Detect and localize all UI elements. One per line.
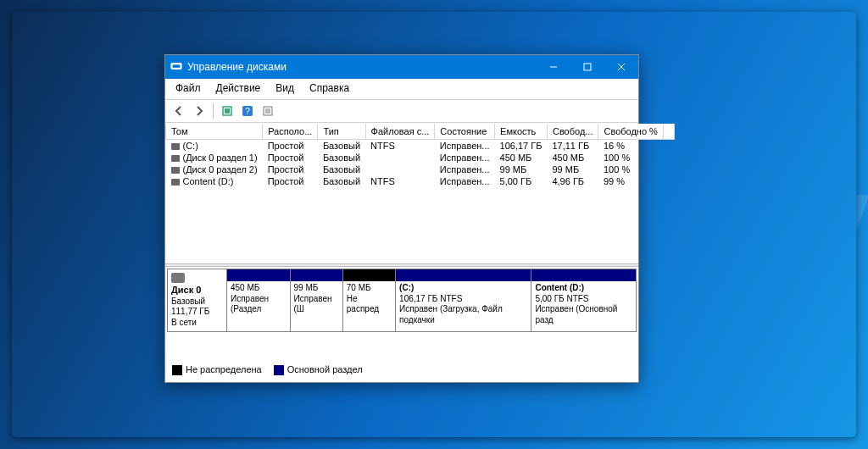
cell-free: 17,11 ГБ [547, 140, 598, 152]
svg-rect-7 [225, 108, 230, 114]
app-icon [170, 61, 182, 73]
cell-type: Базовый [318, 164, 365, 175]
disk-icon [171, 273, 185, 283]
cell-free: 450 МБ [547, 152, 598, 164]
screenshot-frame: Управление дисками Файл Действие Вид Спр… [12, 12, 856, 437]
properties-button[interactable] [259, 103, 276, 119]
drive-icon [171, 143, 180, 150]
partition-block[interactable]: 70 МБНе распред [343, 269, 396, 331]
partition-text: (C:)106,17 ГБ NTFSИсправен (Загрузка, Фа… [396, 281, 531, 330]
partition-text: 450 МБИсправен (Раздел [227, 281, 290, 320]
svg-rect-3 [584, 64, 591, 70]
partition-block[interactable]: (C:)106,17 ГБ NTFSИсправен (Загрузка, Фа… [396, 269, 531, 331]
titlebar[interactable]: Управление дисками [165, 55, 638, 79]
partition-bar [396, 269, 531, 281]
table-row[interactable]: (Диск 0 раздел 2)ПростойБазовыйИсправен.… [166, 164, 675, 175]
disk-status: В сети [171, 318, 223, 329]
disk-management-window: Управление дисками Файл Действие Вид Спр… [164, 54, 639, 383]
partition-bar [531, 269, 636, 281]
menu-action[interactable]: Действие [209, 80, 268, 96]
menu-help[interactable]: Справка [303, 80, 356, 96]
cell-cap: 106,17 ГБ [495, 140, 548, 152]
cell-type: Базовый [318, 152, 365, 164]
table-row[interactable]: Content (D:)ПростойБазовыйNTFSИсправен..… [166, 175, 675, 187]
cell-cap: 450 МБ [495, 152, 548, 164]
forward-button[interactable] [191, 103, 208, 119]
legend-unallocated: Не распределена [172, 364, 262, 375]
toolbar: ? [165, 100, 638, 123]
svg-text:?: ? [245, 107, 250, 116]
cell-layout: Простой [263, 175, 318, 187]
col-fs[interactable]: Файловая с... [365, 124, 435, 140]
drive-icon [171, 167, 180, 174]
cell-freepct: 100 % [598, 164, 663, 175]
cell-cap: 99 МБ [495, 164, 548, 175]
col-free[interactable]: Свобод... [547, 124, 598, 140]
drive-icon [171, 155, 180, 162]
maximize-button[interactable] [570, 55, 604, 79]
cell-freepct: 100 % [598, 152, 663, 164]
help-button[interactable]: ? [239, 103, 256, 119]
cell-fs [365, 152, 435, 164]
partition-bar [227, 269, 290, 281]
volume-list: Том Располо... Тип Файловая с... Состоян… [165, 123, 638, 263]
disk-type: Базовый [171, 297, 223, 308]
partition-bar [291, 269, 342, 281]
cell-layout: Простой [263, 164, 318, 175]
refresh-button[interactable] [219, 103, 236, 119]
cell-type: Базовый [318, 175, 365, 187]
cell-volume: (C:) [166, 140, 263, 152]
cell-freepct: 99 % [598, 175, 663, 187]
toolbar-sep [213, 103, 214, 119]
cell-status: Исправен... [435, 175, 495, 187]
col-spacer [663, 124, 674, 140]
partition-bar [343, 269, 395, 281]
cell-cap: 5,00 ГБ [495, 175, 548, 187]
cell-layout: Простой [263, 140, 318, 152]
col-freepct[interactable]: Свободно % [598, 124, 663, 140]
partition-block[interactable]: 99 МБИсправен (Ш [291, 269, 343, 331]
menu-view[interactable]: Вид [269, 80, 301, 96]
disk-label-block[interactable]: Диск 0 Базовый 111,77 ГБ В сети [168, 269, 227, 331]
cell-free: 4,96 ГБ [547, 175, 598, 187]
cell-volume: (Диск 0 раздел 1) [166, 152, 263, 164]
cell-layout: Простой [263, 152, 318, 164]
cell-type: Базовый [318, 140, 365, 152]
cell-status: Исправен... [435, 140, 495, 152]
splitter[interactable] [165, 263, 638, 267]
col-layout[interactable]: Располо... [263, 124, 318, 140]
cell-volume: (Диск 0 раздел 2) [166, 164, 263, 175]
table-row[interactable]: (C:)ПростойБазовыйNTFSИсправен...106,17 … [166, 140, 675, 152]
col-capacity[interactable]: Емкость [495, 124, 548, 140]
disk-map: Диск 0 Базовый 111,77 ГБ В сети 450 МБИс… [167, 269, 637, 332]
cell-fs [365, 164, 435, 175]
cell-fs: NTFS [365, 175, 435, 187]
close-button[interactable] [604, 55, 638, 79]
legend-primary: Основной раздел [274, 364, 363, 375]
cell-freepct: 16 % [598, 140, 663, 152]
bottom-spacer [165, 334, 638, 359]
partition-block[interactable]: Content (D:)5,00 ГБ NTFSИсправен (Основн… [531, 269, 636, 331]
legend: Не распределена Основной раздел [165, 359, 638, 382]
back-button[interactable] [170, 103, 187, 119]
partition-text: Content (D:)5,00 ГБ NTFSИсправен (Основн… [531, 281, 636, 330]
minimize-button[interactable] [537, 55, 570, 79]
disk-name: Диск 0 [171, 285, 223, 297]
window-title: Управление дисками [187, 61, 287, 73]
cell-fs: NTFS [365, 140, 435, 152]
menubar: Файл Действие Вид Справка [165, 79, 638, 100]
cell-status: Исправен... [435, 164, 495, 175]
partition-block[interactable]: 450 МБИсправен (Раздел [227, 269, 291, 331]
partition-text: 70 МБНе распред [343, 281, 395, 320]
column-headers: Том Располо... Тип Файловая с... Состоян… [166, 124, 675, 140]
col-volume[interactable]: Том [166, 124, 263, 140]
square-icon [274, 365, 284, 375]
menu-file[interactable]: Файл [169, 80, 208, 96]
svg-rect-1 [173, 64, 181, 68]
square-icon [172, 365, 182, 375]
disk-size: 111,77 ГБ [171, 307, 223, 318]
table-row[interactable]: (Диск 0 раздел 1)ПростойБазовыйИсправен.… [166, 152, 675, 164]
drive-icon [171, 179, 180, 186]
col-type[interactable]: Тип [318, 124, 365, 140]
col-status[interactable]: Состояние [435, 124, 495, 140]
